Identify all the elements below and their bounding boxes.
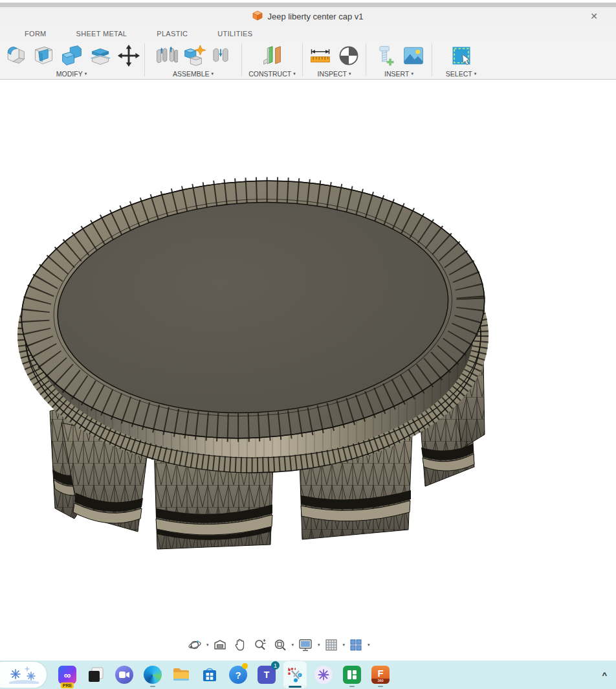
snowflakes-icon [6, 665, 40, 684]
toolbar-divider [432, 43, 432, 76]
help-taskbar-button[interactable]: ? [226, 661, 250, 688]
fit-icon[interactable] [271, 638, 289, 652]
chevron-down-icon[interactable]: ▾ [368, 642, 370, 648]
document-cube-icon [252, 10, 263, 23]
document-tab[interactable]: Jeep liberty center cap v1 [252, 10, 363, 23]
measure-icon[interactable] [307, 42, 334, 69]
construction-plane-icon[interactable] [259, 42, 286, 69]
chevron-down-icon[interactable]: ▾ [343, 642, 346, 648]
document-title: Jeep liberty center cap v1 [267, 12, 363, 21]
task-view-icon [87, 666, 105, 684]
running-indicator [150, 686, 155, 688]
toolbar-group-construct: CONSTRUCT▾ [243, 41, 301, 79]
show-hidden-icons-chevron[interactable]: ^ [602, 670, 607, 680]
tab-utilities[interactable]: UTILITIES [217, 30, 252, 38]
active-indicator [289, 686, 302, 688]
toolbar-group-select: SELECT▾ [434, 41, 489, 79]
chevron-down-icon: ▾ [474, 71, 477, 76]
running-indicator [378, 686, 383, 688]
toolbar-divider [366, 43, 366, 76]
chevron-down-icon[interactable]: ▾ [206, 642, 209, 648]
task-view-button[interactable] [84, 661, 107, 688]
select-menu[interactable]: SELECT▾ [434, 69, 489, 78]
edge-icon [144, 666, 162, 684]
canvas-image-icon[interactable] [400, 42, 427, 69]
tab-form[interactable]: FORM [25, 30, 47, 38]
chevron-down-icon: ▾ [293, 71, 296, 76]
flake-app-icon [314, 666, 333, 684]
chevron-down-icon: ▾ [411, 71, 413, 76]
teams-taskbar-button[interactable]: T 1 [255, 661, 278, 688]
look-at-icon[interactable] [211, 638, 229, 652]
inspect-menu[interactable]: INSPECT▾ [304, 69, 364, 78]
toolbar-divider [144, 43, 145, 76]
shell-icon[interactable] [30, 42, 57, 69]
windows-taskbar: ∞ PRE [0, 661, 616, 689]
chevron-down-icon: ▾ [85, 71, 87, 76]
chevron-down-icon[interactable]: ▾ [318, 642, 320, 648]
move-icon[interactable] [115, 42, 142, 69]
copilot-taskbar-button[interactable]: ∞ PRE [56, 661, 79, 688]
toolbar-group-insert: INSERT▾ [368, 41, 430, 79]
pan-icon[interactable] [231, 638, 249, 652]
chevron-down-icon[interactable]: ▾ [292, 642, 294, 648]
snipping-tool-icon: + [286, 666, 304, 684]
chat-taskbar-button[interactable] [113, 661, 136, 688]
combine-icon[interactable] [58, 42, 85, 69]
flake-app-button[interactable] [312, 661, 335, 688]
fillet-icon[interactable] [1, 42, 28, 69]
main-toolbar: MODIFY▾ [0, 41, 616, 80]
tab-sheet-metal[interactable]: SHEET METAL [76, 30, 127, 38]
select-icon[interactable] [448, 42, 475, 69]
insert-fastener-icon[interactable] [371, 42, 399, 69]
notification-dot [242, 663, 248, 669]
teams-badge: 1 [271, 661, 280, 670]
split-body-icon[interactable] [87, 42, 114, 69]
toolbar-divider [241, 43, 242, 76]
chat-icon [115, 666, 133, 684]
joint-icon[interactable] [153, 42, 179, 69]
fusion-360-button[interactable]: F 360 [369, 661, 392, 688]
window-title-strip [0, 3, 616, 7]
copilot-icon: ∞ [58, 666, 76, 684]
center-cap-mesh-model [16, 177, 489, 559]
toolbar-group-inspect: INSPECT▾ [304, 41, 364, 79]
svg-text:+: + [299, 673, 301, 677]
joint-origin-icon[interactable] [208, 42, 234, 69]
green-app-icon [343, 666, 361, 684]
assemble-menu[interactable]: ASSEMBLE▾ [146, 69, 240, 78]
store-taskbar-button[interactable] [198, 661, 221, 688]
new-component-icon[interactable] [181, 42, 206, 69]
toolbar-group-assemble: ASSEMBLE▾ [146, 41, 240, 79]
green-app-button[interactable] [340, 661, 364, 688]
chevron-down-icon: ▾ [349, 71, 351, 76]
fusion-360-icon: F 360 [371, 666, 390, 684]
running-indicator [349, 686, 355, 688]
insert-menu[interactable]: INSERT▾ [368, 69, 430, 78]
document-tab-bar: Jeep liberty center cap v1 ✕ [0, 7, 616, 26]
center-of-mass-icon[interactable] [335, 42, 362, 69]
store-icon [201, 666, 218, 683]
chevron-down-icon: ▾ [212, 71, 214, 76]
viewports-icon[interactable] [347, 638, 365, 652]
3d-viewport[interactable]: ▾ ▾ [0, 80, 616, 661]
zoom-icon[interactable] [251, 638, 269, 652]
snipping-tool-button[interactable]: + [283, 661, 307, 688]
orbit-icon[interactable] [186, 638, 204, 652]
ribbon-tab-bar: FORM SHEET METAL PLASTIC UTILITIES [0, 26, 616, 41]
view-navigation-bar: ▾ ▾ [186, 638, 370, 652]
construct-menu[interactable]: CONSTRUCT▾ [243, 69, 301, 78]
weather-widget[interactable] [0, 662, 47, 688]
close-icon[interactable]: ✕ [588, 10, 600, 23]
file-explorer-icon [172, 667, 190, 683]
grid-settings-icon[interactable] [322, 638, 340, 652]
copilot-pre-badge: PRE [61, 683, 74, 688]
fusion-360-label: 360 [371, 679, 390, 684]
display-settings-icon[interactable] [296, 638, 315, 652]
toolbar-divider [302, 43, 303, 76]
file-explorer-button[interactable] [170, 661, 193, 688]
toolbar-group-modify: MODIFY▾ [0, 41, 143, 79]
edge-taskbar-button[interactable] [141, 661, 164, 688]
tab-plastic[interactable]: PLASTIC [157, 30, 188, 38]
modify-menu[interactable]: MODIFY▾ [0, 69, 143, 78]
